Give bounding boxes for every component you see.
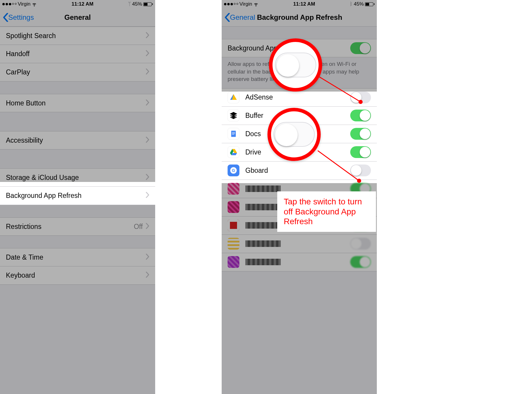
app-switch[interactable] xyxy=(350,128,371,140)
row-app-docs: Docs xyxy=(222,125,377,143)
row-label: Accessibility xyxy=(6,136,146,144)
row-label: Drive xyxy=(245,148,350,156)
master-switch[interactable] xyxy=(350,42,371,54)
status-bar: Virgin 11:12 AM ᛒ 45% xyxy=(222,0,377,8)
wifi-icon xyxy=(253,1,259,7)
app-switch[interactable] xyxy=(350,165,371,176)
row-label: Keyboard xyxy=(6,271,146,279)
row-spotlight[interactable]: Spotlight Search xyxy=(0,27,155,45)
section-description: Allow apps to refresh their content when… xyxy=(222,57,377,88)
obscured-label xyxy=(245,259,281,265)
chevron-right-icon xyxy=(146,68,149,76)
row-app-drive: Drive xyxy=(222,143,377,162)
battery-icon xyxy=(365,2,374,6)
row-label: Gboard xyxy=(245,167,350,175)
wifi-icon xyxy=(32,1,37,7)
row-label: Date & Time xyxy=(6,253,146,261)
row-storage[interactable]: Storage & iCloud Usage xyxy=(0,168,155,187)
row-accessibility[interactable]: Accessibility xyxy=(0,131,155,149)
row-label: Spotlight Search xyxy=(6,32,146,40)
chevron-right-icon xyxy=(146,50,149,58)
chevron-right-icon xyxy=(146,32,149,40)
app-switch[interactable] xyxy=(350,92,371,103)
battery-icon xyxy=(143,2,153,6)
row-value: Off xyxy=(134,223,143,231)
row-label: Home Button xyxy=(6,99,146,107)
back-button[interactable]: General xyxy=(225,13,255,22)
annotation-text: Tap the switch to turn off Background Ap… xyxy=(278,192,375,231)
row-label: Buffer xyxy=(245,112,350,120)
row-label: Restrictions xyxy=(6,223,134,231)
row-app-obscured xyxy=(222,235,377,253)
obscured-icon xyxy=(228,256,239,268)
chevron-right-icon xyxy=(146,174,149,182)
row-master-bg-refresh: Background App Refresh xyxy=(222,39,377,57)
signal-icon xyxy=(2,3,17,5)
chevron-right-icon xyxy=(146,192,149,200)
row-background-app-refresh[interactable]: Background App Refresh xyxy=(0,187,155,205)
drive-icon xyxy=(228,146,239,158)
app-switch[interactable] xyxy=(350,110,371,121)
bluetooth-icon: ᛘ xyxy=(128,1,131,7)
row-handoff[interactable]: Handoff xyxy=(0,45,155,63)
row-restrictions[interactable]: Restrictions Off xyxy=(0,217,155,236)
row-label: Background App Refresh xyxy=(228,44,350,52)
row-label: Background App Refresh xyxy=(6,192,146,200)
row-label: Handoff xyxy=(6,50,146,58)
carrier-label: Virgin xyxy=(18,1,30,7)
obscured-label xyxy=(245,204,281,210)
obscured-icon xyxy=(228,219,239,231)
page-title: General xyxy=(0,13,155,22)
chevron-right-icon xyxy=(146,223,149,231)
row-keyboard[interactable]: Keyboard xyxy=(0,266,155,285)
chevron-right-icon xyxy=(146,253,149,261)
row-app-adsense: AdSense xyxy=(222,88,377,107)
row-carplay[interactable]: CarPlay xyxy=(0,63,155,82)
obscured-icon xyxy=(228,238,239,250)
obscured-label xyxy=(245,185,281,192)
obscured-icon xyxy=(228,201,239,213)
row-label: AdSense xyxy=(245,93,350,101)
svg-rect-2 xyxy=(232,133,235,133)
nav-bar: General Background App Refresh xyxy=(222,8,377,27)
status-time: 11:12 AM xyxy=(293,1,315,7)
row-app-buffer: Buffer xyxy=(222,107,377,125)
chevron-right-icon xyxy=(146,271,149,279)
obscured-label xyxy=(245,240,281,247)
row-app-gboard: G Gboard xyxy=(222,162,377,180)
buffer-icon xyxy=(228,110,239,121)
status-time: 11:12 AM xyxy=(72,1,93,7)
chevron-right-icon xyxy=(146,136,149,144)
signal-icon xyxy=(224,3,238,5)
status-bar: Virgin 11:12 AM ᛘ 45% xyxy=(0,0,155,8)
battery-pct: 45% xyxy=(132,1,142,7)
app-switch[interactable] xyxy=(350,256,371,268)
page-title: Background App Refresh xyxy=(257,13,342,22)
nav-bar: Settings General xyxy=(0,8,155,27)
row-date-time[interactable]: Date & Time xyxy=(0,248,155,266)
gboard-icon: G xyxy=(228,165,239,176)
row-label: Docs xyxy=(245,130,350,138)
obscured-icon xyxy=(228,183,239,195)
row-app-obscured xyxy=(222,253,377,271)
row-label: Storage & iCloud Usage xyxy=(6,174,146,182)
app-switch[interactable] xyxy=(350,146,371,158)
svg-rect-3 xyxy=(232,134,234,135)
battery-pct: 45% xyxy=(354,1,364,7)
back-label: General xyxy=(230,13,255,22)
obscured-label xyxy=(245,222,281,229)
screenshot-left: Virgin 11:12 AM ᛘ 45% Settings General S… xyxy=(0,0,155,394)
row-home-button[interactable]: Home Button xyxy=(0,94,155,112)
row-label: CarPlay xyxy=(6,68,146,76)
bluetooth-icon: ᛒ xyxy=(350,1,353,7)
chevron-right-icon xyxy=(146,99,149,107)
adsense-icon xyxy=(228,92,239,103)
svg-rect-0 xyxy=(231,131,236,137)
carrier-label: Virgin xyxy=(239,1,252,7)
app-switch[interactable] xyxy=(350,238,371,250)
svg-rect-1 xyxy=(232,132,235,133)
docs-icon xyxy=(228,128,239,140)
